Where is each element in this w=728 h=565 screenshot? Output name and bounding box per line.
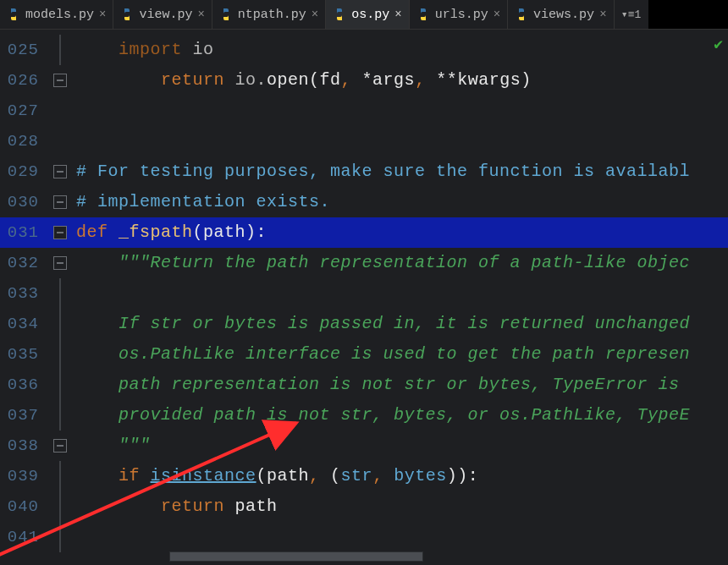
close-icon[interactable]: × bbox=[394, 8, 401, 21]
line-number: 026 bbox=[0, 65, 44, 96]
line-number: 040 bbox=[0, 491, 44, 522]
tab-ntpath[interactable]: ntpath.py × bbox=[212, 0, 326, 29]
line-number: 029 bbox=[0, 156, 44, 187]
line-number: 037 bbox=[0, 400, 44, 431]
line-number: 036 bbox=[0, 370, 44, 400]
tab-label: models.py bbox=[25, 8, 94, 22]
line-number: 034 bbox=[0, 309, 44, 339]
code-line bbox=[76, 522, 728, 552]
fold-handle-icon[interactable] bbox=[53, 165, 67, 178]
code-line: if isinstance(path, (str, bytes)): bbox=[76, 461, 728, 491]
fold-handle-icon[interactable] bbox=[53, 74, 67, 87]
code-line: """Return the path representation of a p… bbox=[76, 248, 728, 278]
tab-os[interactable]: os.py × bbox=[326, 0, 409, 29]
python-file-icon bbox=[7, 8, 20, 21]
code-line: provided path is not str, bytes, or os.P… bbox=[76, 400, 728, 431]
code-line: path representation is not str or bytes,… bbox=[76, 370, 728, 400]
line-number: 030 bbox=[0, 187, 44, 217]
python-file-icon bbox=[416, 8, 430, 21]
line-number: 033 bbox=[0, 278, 44, 309]
line-number: 035 bbox=[0, 339, 44, 370]
line-number: 039 bbox=[0, 461, 44, 491]
code-line bbox=[76, 278, 728, 309]
line-number: 025 bbox=[0, 35, 44, 65]
fold-handle-icon[interactable] bbox=[53, 439, 67, 453]
overflow-icon: ▾≡1 bbox=[621, 8, 641, 21]
code-line bbox=[76, 126, 728, 156]
code-area[interactable]: import io return io.open(fd, *args, **kw… bbox=[76, 30, 728, 565]
tab-bar: models.py × view.py × ntpath.py × os.py … bbox=[0, 0, 728, 30]
line-number: 028 bbox=[0, 126, 44, 156]
close-icon[interactable]: × bbox=[599, 8, 606, 21]
close-icon[interactable]: × bbox=[312, 8, 318, 21]
python-file-icon bbox=[515, 8, 528, 21]
fold-gutter bbox=[44, 30, 76, 565]
line-number: 041 bbox=[0, 522, 44, 552]
python-file-icon bbox=[120, 8, 134, 21]
tab-label: view.py bbox=[139, 8, 192, 22]
tab-label: ntpath.py bbox=[238, 8, 306, 22]
close-icon[interactable]: × bbox=[99, 8, 106, 21]
code-line: import io bbox=[76, 35, 728, 65]
code-line: os.PathLike interface is used to get the… bbox=[76, 339, 728, 370]
tab-label: views.py bbox=[533, 8, 594, 22]
tab-views[interactable]: views.py × bbox=[508, 0, 614, 29]
tab-label: os.py bbox=[351, 8, 389, 22]
tab-view[interactable]: view.py × bbox=[113, 0, 212, 29]
line-number: 038 bbox=[0, 431, 44, 461]
code-line-current: def _fspath(path): bbox=[76, 217, 728, 248]
tab-urls[interactable]: urls.py × bbox=[410, 0, 508, 29]
python-file-icon bbox=[219, 8, 233, 21]
line-number: 027 bbox=[0, 96, 44, 126]
code-line: # For testing purposes, make sure the fu… bbox=[76, 156, 728, 187]
code-line: If str or bytes is passed in, it is retu… bbox=[76, 309, 728, 339]
close-icon[interactable]: × bbox=[494, 8, 500, 21]
code-editor[interactable]: ✔ 025 026 027 028 029 030 031 032 033 03… bbox=[0, 30, 728, 565]
close-icon[interactable]: × bbox=[197, 8, 204, 21]
horizontal-scrollbar[interactable] bbox=[169, 551, 423, 562]
line-number-gutter: 025 026 027 028 029 030 031 032 033 034 … bbox=[0, 30, 44, 565]
fold-handle-icon[interactable] bbox=[53, 195, 67, 209]
python-file-icon bbox=[333, 8, 346, 21]
fold-handle-icon[interactable] bbox=[53, 256, 67, 270]
code-line bbox=[76, 96, 728, 126]
code-line: return path bbox=[76, 491, 728, 522]
tab-label: urls.py bbox=[435, 8, 488, 22]
tab-overflow-indicator[interactable]: ▾≡1 bbox=[615, 0, 648, 29]
line-number: 031 bbox=[0, 217, 44, 248]
code-line: """ bbox=[76, 431, 728, 461]
code-line: return io.open(fd, *args, **kwargs) bbox=[76, 65, 728, 96]
fold-handle-icon[interactable] bbox=[53, 226, 67, 239]
line-number: 032 bbox=[0, 248, 44, 278]
code-line: # implementation exists. bbox=[76, 187, 728, 217]
tab-models[interactable]: models.py × bbox=[0, 0, 113, 29]
